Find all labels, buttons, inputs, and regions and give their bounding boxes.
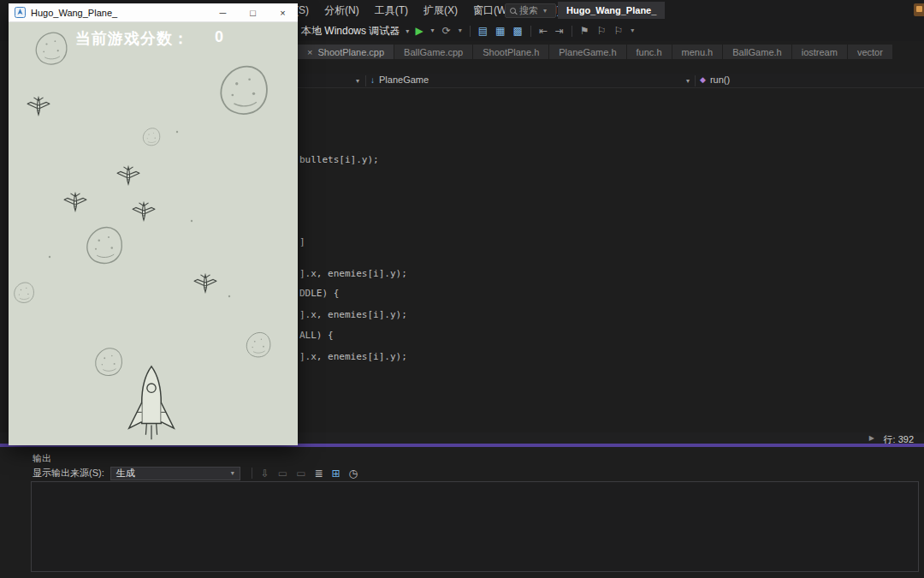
indent-decrease-icon[interactable]: ⇤	[539, 26, 548, 36]
output-source-select[interactable]: 生成 ▾	[110, 467, 240, 480]
solution-title: Hugo_Wang_Plane_	[558, 2, 665, 19]
menu-item[interactable]: 工具(T)	[367, 3, 416, 18]
hot-reload-dropdown-icon[interactable]: ▾	[459, 27, 462, 34]
editor-tab[interactable]: BallGame.h	[723, 45, 791, 59]
editor-tab[interactable]: BallGame.cpp	[394, 45, 472, 59]
bookmarks-dropdown-icon[interactable]: ▾	[631, 27, 634, 34]
window-icon	[15, 7, 26, 18]
output-panel-title: 输出	[33, 452, 51, 465]
tab-label: PlaneGame.h	[559, 47, 616, 57]
enemy-plane-sprite	[117, 167, 139, 184]
start-debugging-icon[interactable]: ▶	[415, 26, 423, 36]
speck	[191, 220, 192, 222]
asteroid-sprite	[143, 128, 159, 146]
tab-label: iostream	[802, 47, 838, 57]
minimize-button[interactable]: ─	[208, 3, 238, 22]
chevron-down-icon: ▾	[231, 469, 234, 477]
tab-label: BallGame.h	[732, 47, 781, 57]
start-debug-dropdown-icon[interactable]: ▾	[431, 27, 435, 34]
asteroid-sprite	[15, 283, 34, 302]
word-wrap-icon[interactable]: ⊞	[332, 468, 341, 479]
previous-message-icon[interactable]: ▭	[278, 468, 287, 479]
asteroid-sprite	[221, 67, 267, 114]
navbar-separator	[365, 75, 366, 86]
next-message-icon[interactable]: ▭	[296, 468, 305, 479]
chevron-down-icon[interactable]: ▾	[406, 27, 409, 35]
enemy-plane-sprite	[133, 203, 155, 220]
editor-tab[interactable]: vector	[848, 45, 892, 59]
tab-strip: ×ShootPlane.cppBallGame.cppShootPlane.hP…	[298, 45, 924, 59]
output-panel: 输出 显示输出来源(S): 生成 ▾ ⇩▭▭≣⊞◷	[0, 447, 924, 578]
navigation-bar: ▾ ↓ PlaneGame ▾ ◆ run()	[298, 74, 924, 88]
speck	[228, 295, 230, 297]
type-dropdown-icon[interactable]: ▾	[686, 77, 690, 85]
code-line: DDLE) {	[299, 288, 339, 299]
tab-label: ShootPlane.h	[483, 47, 539, 57]
enemy-plane-sprite	[64, 194, 86, 211]
code-line: ]	[299, 236, 305, 247]
member-name: run()	[710, 74, 730, 85]
editor-tab[interactable]: PlaneGame.h	[549, 45, 625, 59]
save-icon[interactable]: ▦	[495, 26, 505, 36]
hot-reload-icon[interactable]: ⟳	[442, 26, 451, 36]
code-line: ALL) {	[299, 330, 334, 341]
code-line: ].x, enemies[i].y);	[299, 268, 407, 279]
game-canvas[interactable]: 当前游戏分数： 0	[9, 22, 298, 445]
new-file-icon[interactable]: ▤	[478, 26, 488, 36]
timestamp-icon[interactable]: ◷	[349, 468, 358, 479]
editor-tab[interactable]: ShootPlane.h	[473, 45, 548, 59]
asteroid-sprite	[36, 33, 67, 64]
tab-close-icon[interactable]: ×	[307, 47, 312, 57]
code-line: bullets[i].y);	[299, 154, 379, 165]
editor-tab[interactable]: func.h	[627, 45, 672, 59]
navbar-separator	[695, 75, 696, 86]
maximize-button[interactable]: □	[238, 3, 268, 22]
tab-label: BallGame.cpp	[404, 47, 463, 57]
game-window[interactable]: Hugo_Wang_Plane_ ─ □ × 当前游戏分数： 0	[9, 3, 298, 445]
player-ship-sprite	[129, 366, 175, 440]
debug-target-button[interactable]: 本地 Windows 调试器	[301, 24, 400, 39]
output-content[interactable]	[31, 481, 919, 572]
chevron-down-icon[interactable]: ▾	[543, 7, 547, 15]
output-icon-group: ⇩▭▭≣⊞◷	[252, 468, 358, 479]
tab-label: menu.h	[682, 47, 714, 57]
enemy-plane-sprite	[27, 98, 50, 115]
editor-tab[interactable]: ×ShootPlane.cpp	[298, 45, 394, 59]
desktop: (S)分析(N)工具(T)扩展(X)窗口(W)帮助(H) 搜索 ▾ Hugo_W…	[0, 0, 924, 578]
clear-all-icon[interactable]: ≣	[314, 468, 323, 479]
search-input[interactable]: 搜索 ▾	[505, 3, 556, 18]
speck	[49, 256, 50, 258]
speck	[176, 131, 178, 133]
menu-item[interactable]: 分析(N)	[317, 3, 367, 18]
game-titlebar[interactable]: Hugo_Wang_Plane_ ─ □ ×	[9, 3, 298, 22]
indent-increase-icon[interactable]: ⇥	[555, 26, 564, 36]
project-dropdown-icon[interactable]: ▾	[356, 77, 359, 85]
notifications-icon[interactable]	[914, 3, 924, 16]
save-all-icon[interactable]: ▩	[512, 26, 522, 36]
close-button[interactable]: ×	[268, 3, 298, 22]
class-icon: ↓	[370, 75, 375, 85]
menu-item[interactable]: 扩展(X)	[416, 3, 465, 18]
scroll-to-end-icon[interactable]: ⇩	[261, 468, 270, 479]
previous-bookmark-icon[interactable]: ⚐	[597, 26, 607, 36]
enemy-plane-sprite	[194, 275, 216, 292]
scroll-right-icon[interactable]: ▶	[869, 434, 874, 442]
editor-tab[interactable]: iostream	[792, 45, 847, 59]
tab-label: vector	[857, 47, 883, 57]
toolbar-separator	[572, 26, 572, 37]
editor-tab[interactable]: menu.h	[672, 45, 723, 59]
bookmark-icon[interactable]: ⚑	[580, 26, 589, 36]
output-source-label: 显示输出来源(S):	[33, 467, 104, 480]
code-line: ].x, enemies[i].y);	[299, 351, 407, 362]
asteroid-sprite	[246, 332, 270, 357]
toolbar-icon-group: ▶▾⟳▾▤▦▩⇤⇥⚑⚐⚐▾	[415, 26, 634, 37]
member-dropdown[interactable]: ◆ run()	[700, 74, 730, 85]
type-dropdown[interactable]: ↓ PlaneGame	[370, 74, 429, 85]
tab-label: func.h	[637, 47, 662, 57]
next-bookmark-icon[interactable]: ⚐	[613, 26, 623, 36]
method-icon: ◆	[700, 75, 706, 84]
asteroid-sprite	[96, 349, 122, 376]
code-line: ].x, enemies[i].y);	[299, 309, 407, 320]
search-placeholder: 搜索	[519, 4, 538, 17]
game-window-title: Hugo_Wang_Plane_	[31, 8, 117, 18]
